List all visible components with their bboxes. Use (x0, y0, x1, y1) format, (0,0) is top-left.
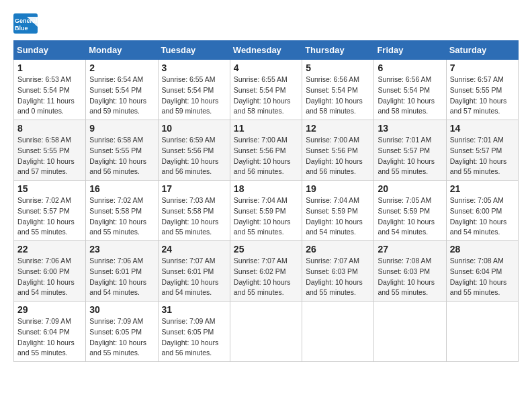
day-number: 11 (234, 123, 298, 134)
calendar-week-row: 15 Sunrise: 7:02 AM Sunset: 5:57 PM Dayl… (14, 181, 519, 241)
day-number: 1 (17, 62, 82, 73)
col-tuesday: Tuesday (158, 41, 230, 60)
day-info: Sunrise: 6:55 AM Sunset: 5:54 PM Dayligh… (162, 75, 226, 117)
day-info: Sunrise: 7:01 AM Sunset: 5:57 PM Dayligh… (378, 135, 442, 177)
day-info: Sunrise: 7:02 AM Sunset: 5:58 PM Dayligh… (89, 195, 154, 238)
day-info: Sunrise: 6:57 AM Sunset: 5:55 PM Dayligh… (450, 75, 515, 117)
day-info: Sunrise: 7:09 AM Sunset: 6:05 PM Dayligh… (162, 316, 226, 359)
calendar-cell: 8 Sunrise: 6:58 AM Sunset: 5:55 PM Dayli… (14, 120, 86, 181)
day-info: Sunrise: 7:05 AM Sunset: 5:59 PM Dayligh… (378, 195, 442, 238)
calendar-week-row: 22 Sunrise: 7:06 AM Sunset: 6:00 PM Dayl… (14, 241, 519, 302)
day-number: 4 (234, 62, 298, 73)
day-number: 7 (450, 62, 515, 73)
day-number: 2 (89, 62, 154, 73)
calendar-cell: 2 Sunrise: 6:54 AM Sunset: 5:54 PM Dayli… (86, 60, 158, 120)
logo-icon: General Blue (13, 13, 38, 34)
col-wednesday: Wednesday (230, 41, 302, 60)
day-number: 15 (17, 183, 82, 194)
logo: General Blue (13, 13, 38, 34)
day-number: 20 (378, 183, 442, 194)
calendar-cell: 16 Sunrise: 7:02 AM Sunset: 5:58 PM Dayl… (86, 181, 158, 241)
day-number: 24 (162, 244, 226, 255)
day-info: Sunrise: 6:55 AM Sunset: 5:54 PM Dayligh… (234, 75, 298, 117)
day-info: Sunrise: 7:03 AM Sunset: 5:58 PM Dayligh… (162, 195, 226, 238)
calendar-cell: 7 Sunrise: 6:57 AM Sunset: 5:55 PM Dayli… (446, 60, 518, 120)
day-info: Sunrise: 7:07 AM Sunset: 6:01 PM Dayligh… (162, 256, 226, 298)
calendar-cell: 9 Sunrise: 6:58 AM Sunset: 5:55 PM Dayli… (86, 120, 158, 181)
day-info: Sunrise: 7:04 AM Sunset: 5:59 PM Dayligh… (234, 195, 298, 238)
calendar-cell: 22 Sunrise: 7:06 AM Sunset: 6:00 PM Dayl… (14, 241, 86, 302)
day-info: Sunrise: 6:58 AM Sunset: 5:55 PM Dayligh… (89, 135, 154, 177)
day-info: Sunrise: 7:01 AM Sunset: 5:57 PM Dayligh… (450, 135, 515, 177)
day-info: Sunrise: 7:02 AM Sunset: 5:57 PM Dayligh… (17, 195, 82, 238)
calendar-cell (374, 302, 446, 362)
day-number: 23 (89, 244, 154, 255)
calendar-cell: 24 Sunrise: 7:07 AM Sunset: 6:01 PM Dayl… (158, 241, 230, 302)
day-number: 5 (306, 62, 370, 73)
header-row: Sunday Monday Tuesday Wednesday Thursday… (14, 41, 519, 60)
day-number: 13 (378, 123, 442, 134)
day-info: Sunrise: 6:56 AM Sunset: 5:54 PM Dayligh… (378, 75, 442, 117)
day-number: 16 (89, 183, 154, 194)
day-number: 19 (306, 183, 370, 194)
day-number: 27 (378, 244, 442, 255)
calendar-cell: 17 Sunrise: 7:03 AM Sunset: 5:58 PM Dayl… (158, 181, 230, 241)
day-number: 26 (306, 244, 370, 255)
day-info: Sunrise: 6:53 AM Sunset: 5:54 PM Dayligh… (17, 75, 82, 117)
calendar-cell: 27 Sunrise: 7:08 AM Sunset: 6:03 PM Dayl… (374, 241, 446, 302)
day-number: 29 (17, 304, 82, 315)
calendar-cell: 11 Sunrise: 7:00 AM Sunset: 5:56 PM Dayl… (230, 120, 302, 181)
calendar-cell: 14 Sunrise: 7:01 AM Sunset: 5:57 PM Dayl… (446, 120, 518, 181)
day-info: Sunrise: 6:54 AM Sunset: 5:54 PM Dayligh… (89, 75, 154, 117)
svg-text:General: General (15, 17, 38, 24)
day-info: Sunrise: 7:00 AM Sunset: 5:56 PM Dayligh… (234, 135, 298, 177)
day-number: 18 (234, 183, 298, 194)
calendar-cell (230, 302, 302, 362)
col-monday: Monday (86, 41, 158, 60)
calendar-cell: 31 Sunrise: 7:09 AM Sunset: 6:05 PM Dayl… (158, 302, 230, 362)
day-info: Sunrise: 7:09 AM Sunset: 6:05 PM Dayligh… (89, 316, 154, 359)
col-thursday: Thursday (302, 41, 374, 60)
day-info: Sunrise: 7:06 AM Sunset: 6:00 PM Dayligh… (17, 256, 82, 298)
day-info: Sunrise: 7:06 AM Sunset: 6:01 PM Dayligh… (89, 256, 154, 298)
day-info: Sunrise: 6:56 AM Sunset: 5:54 PM Dayligh… (306, 75, 370, 117)
page-header: General Blue (13, 13, 519, 34)
calendar-cell (446, 302, 518, 362)
calendar-cell: 29 Sunrise: 7:09 AM Sunset: 6:04 PM Dayl… (14, 302, 86, 362)
calendar-cell: 26 Sunrise: 7:07 AM Sunset: 6:03 PM Dayl… (302, 241, 374, 302)
calendar-cell: 20 Sunrise: 7:05 AM Sunset: 5:59 PM Dayl… (374, 181, 446, 241)
day-info: Sunrise: 7:08 AM Sunset: 6:04 PM Dayligh… (450, 256, 515, 298)
col-sunday: Sunday (14, 41, 86, 60)
day-number: 10 (162, 123, 226, 134)
day-number: 25 (234, 244, 298, 255)
calendar-cell: 5 Sunrise: 6:56 AM Sunset: 5:54 PM Dayli… (302, 60, 374, 120)
calendar-cell: 13 Sunrise: 7:01 AM Sunset: 5:57 PM Dayl… (374, 120, 446, 181)
calendar-cell: 25 Sunrise: 7:07 AM Sunset: 6:02 PM Dayl… (230, 241, 302, 302)
calendar-cell: 28 Sunrise: 7:08 AM Sunset: 6:04 PM Dayl… (446, 241, 518, 302)
calendar-cell: 6 Sunrise: 6:56 AM Sunset: 5:54 PM Dayli… (374, 60, 446, 120)
calendar-cell (302, 302, 374, 362)
day-number: 8 (17, 123, 82, 134)
calendar-cell: 10 Sunrise: 6:59 AM Sunset: 5:56 PM Dayl… (158, 120, 230, 181)
calendar-cell: 18 Sunrise: 7:04 AM Sunset: 5:59 PM Dayl… (230, 181, 302, 241)
calendar-cell: 21 Sunrise: 7:05 AM Sunset: 6:00 PM Dayl… (446, 181, 518, 241)
day-info: Sunrise: 7:07 AM Sunset: 6:03 PM Dayligh… (306, 256, 370, 298)
day-info: Sunrise: 6:58 AM Sunset: 5:55 PM Dayligh… (17, 135, 82, 177)
svg-text:Blue: Blue (15, 25, 28, 32)
calendar-cell: 23 Sunrise: 7:06 AM Sunset: 6:01 PM Dayl… (86, 241, 158, 302)
calendar-cell: 4 Sunrise: 6:55 AM Sunset: 5:54 PM Dayli… (230, 60, 302, 120)
day-info: Sunrise: 6:59 AM Sunset: 5:56 PM Dayligh… (162, 135, 226, 177)
day-info: Sunrise: 7:04 AM Sunset: 5:59 PM Dayligh… (306, 195, 370, 238)
day-number: 31 (162, 304, 226, 315)
day-number: 6 (378, 62, 442, 73)
calendar-table: Sunday Monday Tuesday Wednesday Thursday… (13, 40, 519, 362)
calendar-cell: 3 Sunrise: 6:55 AM Sunset: 5:54 PM Dayli… (158, 60, 230, 120)
day-number: 30 (89, 304, 154, 315)
day-number: 28 (450, 244, 515, 255)
day-number: 12 (306, 123, 370, 134)
day-info: Sunrise: 7:05 AM Sunset: 6:00 PM Dayligh… (450, 195, 515, 238)
calendar-cell: 12 Sunrise: 7:00 AM Sunset: 5:56 PM Dayl… (302, 120, 374, 181)
day-number: 21 (450, 183, 515, 194)
day-number: 9 (89, 123, 154, 134)
day-info: Sunrise: 7:00 AM Sunset: 5:56 PM Dayligh… (306, 135, 370, 177)
